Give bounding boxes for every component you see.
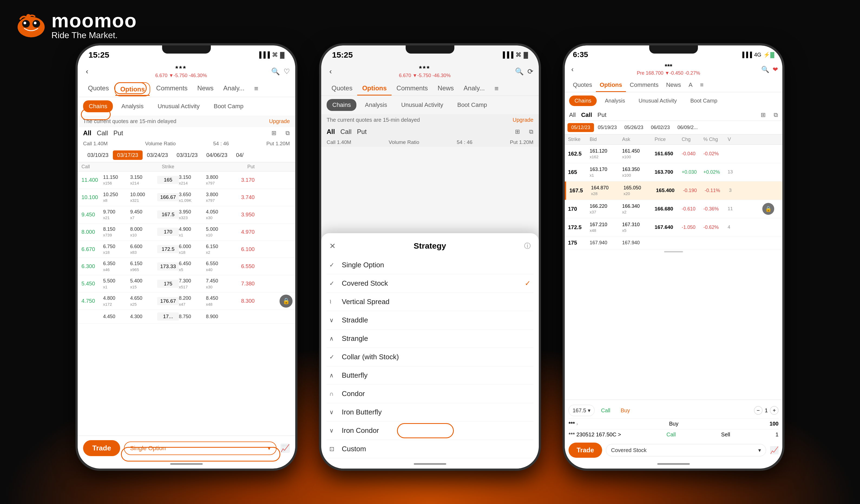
phone2-copy-icon[interactable]: ⧉ — [529, 128, 533, 135]
p3-table-row[interactable]: 162.5 161.120x162 161.450x100 161.650 -0… — [565, 145, 782, 163]
date3-06-02[interactable]: 06/02/23 — [647, 123, 674, 132]
table-row[interactable]: 6.300 6.350x46 6.150x965 173.33 6.450x5 … — [78, 258, 295, 275]
p3-table-row[interactable]: 170 166.220x37 166.340x2 166.680 -0.610 … — [565, 200, 782, 218]
modal-item-single-option[interactable]: ✓ Single Option — [327, 256, 533, 274]
tab-news[interactable]: News — [192, 82, 218, 97]
tab-options[interactable]: Options — [115, 82, 150, 96]
p3-table-row[interactable]: 172.5 167.210x48 167.310x5 167.640 -1.05… — [565, 218, 782, 237]
date-03-24[interactable]: 03/24/23 — [143, 150, 172, 160]
phone2-put-tab[interactable]: Put — [357, 128, 367, 135]
phone1-all-tab[interactable]: All — [83, 129, 91, 137]
date3-05-12[interactable]: 05/12/23 — [568, 123, 594, 132]
phone3-qty-minus-button[interactable]: − — [754, 406, 763, 415]
subtab3-unusual[interactable]: Unusual Activity — [633, 96, 682, 106]
modal-item-covered-stock[interactable]: ✓ Covered Stock ✓ — [327, 274, 533, 293]
tab3-a[interactable]: A — [685, 79, 696, 92]
phone3-all-tab[interactable]: All — [569, 112, 576, 118]
subtab-chains[interactable]: Chains — [83, 100, 113, 112]
table-row[interactable]: 6.670 6.750x18 6.600x83 172.5 6.000x18 6… — [78, 241, 295, 258]
phone1-back-button[interactable]: ‹ — [83, 66, 91, 77]
phone3-chart-icon[interactable]: 📈 — [770, 446, 778, 455]
table-row[interactable]: 10.100 10.250x8 10.000x321 166.67 3.650x… — [78, 189, 295, 206]
phone3-put-tab[interactable]: Put — [598, 112, 606, 118]
subtab2-bootcamp[interactable]: Boot Camp — [452, 99, 493, 111]
tab3-menu[interactable]: ≡ — [696, 79, 707, 92]
subtab-bootcamp[interactable]: Boot Camp — [208, 100, 249, 112]
phone2-refresh-icon[interactable]: ⟳ — [527, 67, 533, 76]
phone3-trade-button[interactable]: Trade — [569, 443, 602, 458]
table-row[interactable]: 4.450 4.300 17... 8.750 8.900 — [78, 310, 295, 323]
tab3-options[interactable]: Options — [596, 79, 626, 92]
modal-info-icon[interactable]: ⓘ — [524, 242, 531, 250]
date-04-more[interactable]: 04/ — [232, 150, 248, 160]
phone2-back-button[interactable]: ‹ — [327, 66, 334, 77]
modal-item-iron-butterfly[interactable]: ∨ Iron Butterfly — [327, 403, 533, 421]
tab2-news[interactable]: News — [433, 82, 459, 96]
subtab3-chains[interactable]: Chains — [569, 96, 597, 106]
modal-item-butterfly[interactable]: ∧ Butterfly — [327, 366, 533, 385]
lock-icon[interactable]: 🔒 — [280, 294, 292, 307]
tab3-quotes[interactable]: Quotes — [569, 79, 596, 92]
date3-05-26[interactable]: 05/26/23 — [620, 123, 647, 132]
p3-lock-icon[interactable]: 🔒 — [762, 203, 774, 215]
date3-06-09[interactable]: 06/09/2... — [674, 123, 701, 132]
modal-item-straddle[interactable]: ∨ Straddle — [327, 311, 533, 330]
phone3-order-call[interactable]: Call — [597, 406, 614, 415]
subtab-analysis[interactable]: Analysis — [116, 100, 149, 112]
date3-05-19[interactable]: 05/19/23 — [594, 123, 620, 132]
modal-item-condor[interactable]: ∩ Condor — [327, 385, 533, 403]
phone1-put-tab[interactable]: Put — [113, 129, 123, 137]
subtab2-unusual[interactable]: Unusual Activity — [396, 99, 449, 111]
date-04-06[interactable]: 04/06/23 — [202, 150, 232, 160]
subtab-unusual[interactable]: Unusual Activity — [152, 100, 205, 112]
phone3-search-icon[interactable]: 🔍 — [761, 66, 769, 73]
phone1-search-icon[interactable]: 🔍 — [271, 67, 280, 76]
phone3-strike-selector[interactable]: 167.5 ▾ — [569, 405, 594, 416]
phone3-copy-icon[interactable]: ⧉ — [774, 112, 778, 118]
phone1-copy-icon[interactable]: ⧉ — [286, 130, 290, 136]
tab2-menu[interactable]: ≡ — [489, 82, 503, 96]
modal-close-button[interactable]: ✕ — [329, 242, 335, 250]
subtab3-analysis[interactable]: Analysis — [599, 96, 630, 106]
phone1-bookmark-icon[interactable]: ♡ — [284, 67, 290, 76]
phone2-all-tab[interactable]: All — [327, 128, 335, 135]
table-row[interactable]: 8.000 8.150x739 8.000x10 170 4.900x1 5.0… — [78, 224, 295, 241]
tab3-comments[interactable]: Comments — [626, 79, 662, 92]
p3-table-row[interactable]: 165 163.170x1 163.350x100 163.700 +0.030… — [565, 163, 782, 182]
subtab2-chains[interactable]: Chains — [327, 99, 356, 111]
p3-table-row[interactable]: 175 167.940 167.940 — [565, 236, 782, 249]
phone2-search-icon[interactable]: 🔍 — [515, 67, 524, 76]
modal-item-strangle[interactable]: ∧ Strangle — [327, 330, 533, 348]
subtab2-analysis[interactable]: Analysis — [359, 99, 393, 111]
tab2-quotes[interactable]: Quotes — [327, 82, 357, 96]
tab2-options[interactable]: Options — [357, 82, 391, 96]
phone3-qty-plus-button[interactable]: + — [770, 406, 778, 415]
phone1-chart-icon[interactable]: 📈 — [280, 444, 290, 452]
tab-quotes[interactable]: Quotes — [83, 82, 114, 97]
modal-item-vertical-spread[interactable]: ⌇ Vertical Spread — [327, 293, 533, 311]
tab-analysis[interactable]: Analy... — [218, 82, 249, 97]
phone3-order-buy[interactable]: Buy — [617, 406, 634, 415]
date-03-10[interactable]: 03/10/23 — [83, 150, 113, 160]
phone1-call-tab[interactable]: Call — [97, 129, 108, 137]
phone1-trade-button[interactable]: Trade — [83, 440, 120, 456]
phone1-strategy-selector[interactable]: Single Option ▾ — [124, 442, 276, 455]
phone3-filter-icon[interactable]: ⊞ — [761, 112, 765, 118]
phone2-call-tab[interactable]: Call — [341, 128, 352, 135]
p3-table-row-highlighted[interactable]: 167.5 164.870x28 165.050x20 165.400 -0.1… — [565, 182, 782, 200]
modal-item-custom[interactable]: ⊡ Custom — [327, 440, 533, 458]
subtab3-bootcamp[interactable]: Boot Camp — [685, 96, 723, 106]
tab-comments[interactable]: Comments — [151, 82, 192, 97]
table-row[interactable]: 11.400 11.150x156 3.150x214 165 3.150x21… — [78, 172, 295, 189]
tab2-analysis[interactable]: Analy... — [459, 82, 489, 96]
modal-item-collar[interactable]: ✓ Collar (with Stock) — [327, 348, 533, 366]
tab3-news[interactable]: News — [662, 79, 685, 92]
phone3-back-button[interactable]: ‹ — [569, 64, 576, 75]
modal-item-iron-condor[interactable]: ∨ Iron Condor — [327, 421, 533, 440]
table-row[interactable]: 5.450 5.500x1 5.400x15 175 7.300x517 7.4… — [78, 275, 295, 292]
phone1-filter-icon[interactable]: ⊞ — [271, 130, 276, 136]
phone2-filter-icon[interactable]: ⊞ — [515, 128, 520, 135]
table-row[interactable]: 9.450 9.700x21 9.450x7 167.5 3.950x323 4… — [78, 206, 295, 224]
phone3-call-tab[interactable]: Call — [581, 112, 592, 118]
phone3-strategy-selector[interactable]: Covered Stock ▾ — [606, 444, 766, 456]
